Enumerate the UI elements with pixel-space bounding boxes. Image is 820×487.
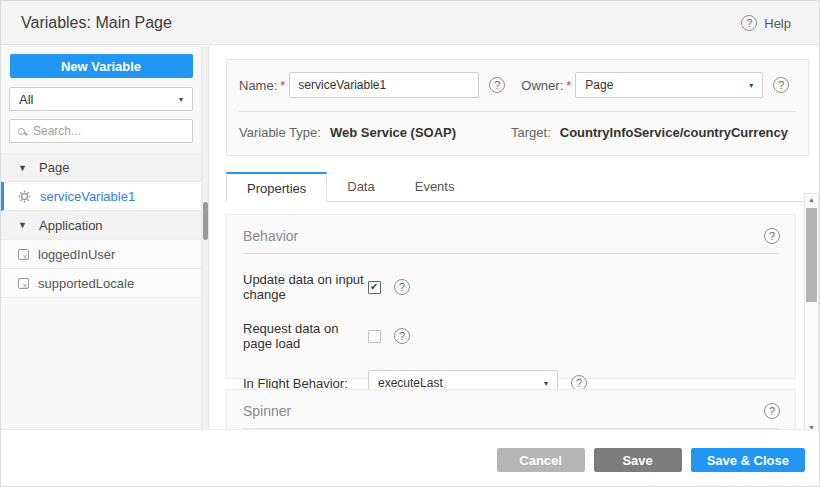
model-variable-icon: [18, 249, 29, 260]
sidebar-scrollbar-thumb[interactable]: [203, 202, 208, 240]
required-marker: *: [566, 78, 571, 93]
chevron-down-icon: ▾: [179, 95, 183, 104]
name-label: Name:: [239, 78, 277, 93]
target-value: CountryInfoService/countryCurrency: [560, 125, 788, 140]
spinner-section-title: Spinner: [243, 403, 291, 419]
variable-detail-panel: Name: * ? Owner: * Page ▾ ? Variable Typ…: [209, 46, 819, 429]
model-variable-icon: [18, 278, 29, 289]
tree-item-loggedinuser[interactable]: loggedInUser: [1, 240, 201, 269]
owner-select[interactable]: Page ▾: [575, 72, 763, 98]
variable-search: [9, 119, 193, 143]
help-icon: ?: [741, 15, 757, 31]
variable-summary-box: Name: * ? Owner: * Page ▾ ? Variable Typ…: [226, 59, 809, 156]
spinner-section: Spinner ?: [226, 389, 796, 429]
target-label: Target:: [511, 125, 551, 140]
variables-dialog: Variables: Main Page ? Help New Variable…: [0, 0, 820, 487]
content-scrollbar[interactable]: ▲ ▼: [804, 193, 819, 434]
request-data-label: Request data on page load: [243, 321, 368, 351]
search-input[interactable]: [33, 124, 184, 138]
tree-item-supportedlocale[interactable]: supportedLocale: [1, 269, 201, 298]
tab-data[interactable]: Data: [327, 172, 394, 201]
search-icon: [18, 128, 25, 135]
name-help-icon[interactable]: ?: [489, 77, 505, 93]
service-variable-icon: [18, 190, 31, 203]
behavior-help-icon[interactable]: ?: [764, 228, 780, 244]
scroll-up-icon[interactable]: ▲: [805, 196, 818, 203]
new-variable-button[interactable]: New Variable: [10, 54, 193, 78]
name-input[interactable]: [289, 72, 479, 98]
tree-group-application[interactable]: ▼ Application: [1, 211, 201, 240]
help-label: Help: [764, 16, 791, 31]
tree-group-page[interactable]: ▼ Page: [1, 153, 201, 182]
behavior-section: Behavior ? Update data on input change ?…: [226, 214, 796, 379]
variable-tree: ▼ Page serviceVariable1: [1, 153, 201, 298]
owner-help-icon[interactable]: ?: [773, 77, 789, 93]
update-data-checkbox[interactable]: [368, 281, 381, 294]
content-scrollbar-thumb[interactable]: [806, 208, 817, 302]
cancel-button[interactable]: Cancel: [497, 448, 585, 472]
collapse-icon: ▼: [18, 163, 30, 173]
spinner-help-icon[interactable]: ?: [764, 403, 780, 419]
variable-filter-select[interactable]: All ▾: [9, 87, 193, 111]
request-data-checkbox[interactable]: [368, 330, 381, 343]
variables-sidebar: New Variable All ▾ ▼ Page: [1, 46, 201, 429]
request-data-row: Request data on page load ?: [243, 321, 779, 351]
owner-label: Owner:: [521, 78, 563, 93]
collapse-icon: ▼: [18, 220, 30, 230]
chevron-down-icon: ▾: [749, 81, 753, 90]
dialog-footer: Cancel Save Save & Close: [1, 429, 819, 486]
update-data-label: Update data on input change: [243, 272, 368, 302]
update-data-help-icon[interactable]: ?: [394, 279, 410, 295]
behavior-section-title: Behavior: [243, 228, 298, 244]
detail-tabs: Properties Data Events: [226, 172, 809, 202]
page-title: Variables: Main Page: [1, 14, 172, 32]
request-data-help-icon[interactable]: ?: [394, 328, 410, 344]
sidebar-scrollbar[interactable]: [201, 46, 209, 429]
filter-selected-value: All: [19, 92, 33, 107]
tab-events[interactable]: Events: [395, 172, 475, 201]
variable-type-label: Variable Type:: [239, 125, 321, 140]
chevron-down-icon: ▾: [544, 379, 548, 388]
update-data-row: Update data on input change ?: [243, 272, 779, 302]
required-marker: *: [280, 78, 285, 93]
save-button[interactable]: Save: [594, 448, 682, 472]
tree-item-servicevariable1[interactable]: serviceVariable1: [1, 182, 201, 211]
save-and-close-button[interactable]: Save & Close: [691, 448, 805, 472]
tab-properties[interactable]: Properties: [226, 172, 327, 202]
help-link[interactable]: ? Help: [741, 1, 791, 45]
variable-type-value: Web Service (SOAP): [330, 125, 456, 140]
dialog-header: Variables: Main Page ? Help: [1, 1, 819, 45]
